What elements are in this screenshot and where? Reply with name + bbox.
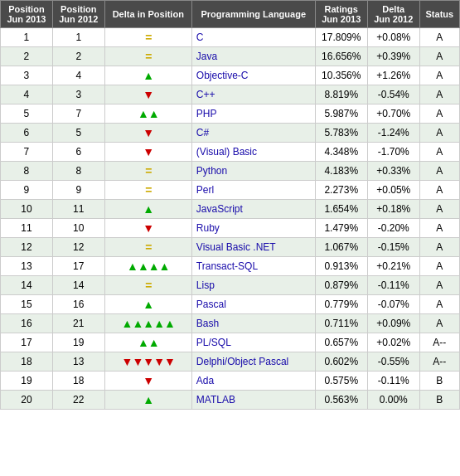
cell-delta-rating: -1.24% (367, 124, 419, 143)
col-header-status: Status (419, 1, 459, 28)
cell-delta-pos: ▲ (104, 391, 191, 410)
cell-pos2012: 6 (52, 143, 104, 162)
table-row: 10 11 ▲ JavaScript 1.654% +0.18% A (1, 200, 460, 219)
cell-pos2012: 16 (52, 295, 104, 314)
cell-language: MATLAB (191, 391, 315, 410)
cell-delta-rating: -1.70% (367, 143, 419, 162)
col-header-delta-pos: Delta in Position (104, 1, 191, 28)
cell-rating: 4.183% (315, 162, 367, 181)
cell-language: C (191, 28, 315, 47)
cell-pos2012: 22 (52, 391, 104, 410)
cell-rating: 8.819% (315, 85, 367, 104)
table-row: 7 6 ▼ (Visual) Basic 4.348% -1.70% A (1, 143, 460, 162)
cell-status: A (419, 257, 459, 276)
cell-rating: 17.809% (315, 28, 367, 47)
cell-pos2013: 9 (1, 181, 53, 200)
cell-status: A (419, 314, 459, 333)
cell-delta-pos: ▼ (104, 124, 191, 143)
cell-language: Ruby (191, 219, 315, 238)
cell-delta-pos: = (104, 47, 191, 66)
cell-rating: 0.779% (315, 295, 367, 314)
cell-delta-pos: ▼ (104, 143, 191, 162)
cell-language: Perl (191, 181, 315, 200)
cell-pos2013: 8 (1, 162, 53, 181)
cell-pos2012: 18 (52, 372, 104, 391)
cell-rating: 16.656% (315, 47, 367, 66)
cell-delta-rating: +0.09% (367, 314, 419, 333)
cell-pos2012: 3 (52, 85, 104, 104)
cell-delta-rating: +0.70% (367, 104, 419, 124)
cell-language: JavaScript (191, 200, 315, 219)
cell-rating: 0.602% (315, 352, 367, 372)
cell-delta-pos: ▲▲▲▲ (104, 257, 191, 276)
cell-pos2013: 2 (1, 47, 53, 66)
cell-language: Python (191, 162, 315, 181)
table-row: 20 22 ▲ MATLAB 0.563% 0.00% B (1, 391, 460, 410)
cell-pos2012: 19 (52, 333, 104, 352)
table-row: 3 4 ▲ Objective-C 10.356% +1.26% A (1, 66, 460, 85)
cell-delta-rating: +0.18% (367, 200, 419, 219)
cell-delta-rating: -0.11% (367, 372, 419, 391)
cell-language: C++ (191, 85, 315, 104)
cell-status: A (419, 200, 459, 219)
cell-status: A (419, 162, 459, 181)
cell-pos2012: 11 (52, 200, 104, 219)
cell-pos2012: 13 (52, 352, 104, 372)
cell-pos2013: 18 (1, 352, 53, 372)
cell-delta-pos: ▼ (104, 372, 191, 391)
cell-rating: 4.348% (315, 143, 367, 162)
table-row: 9 9 = Perl 2.273% +0.05% A (1, 181, 460, 200)
table-row: 2 2 = Java 16.656% +0.39% A (1, 47, 460, 66)
table-row: 16 21 ▲▲▲▲▲ Bash 0.711% +0.09% A (1, 314, 460, 333)
cell-pos2012: 9 (52, 181, 104, 200)
cell-status: A-- (419, 352, 459, 372)
cell-delta-rating: 0.00% (367, 391, 419, 410)
cell-language: C# (191, 124, 315, 143)
cell-delta-pos: ▼ (104, 85, 191, 104)
col-header-pos2012: PositionJun 2012 (52, 1, 104, 28)
cell-delta-pos: ▲ (104, 295, 191, 314)
cell-status: A (419, 47, 459, 66)
cell-pos2013: 19 (1, 372, 53, 391)
cell-language: PHP (191, 104, 315, 124)
cell-language: Bash (191, 314, 315, 333)
col-header-delta-rating: DeltaJun 2012 (367, 1, 419, 28)
cell-delta-pos: ▼ (104, 219, 191, 238)
cell-delta-pos: ▲▲ (104, 104, 191, 124)
cell-delta-rating: +0.33% (367, 162, 419, 181)
cell-status: A (419, 143, 459, 162)
table-row: 6 5 ▼ C# 5.783% -1.24% A (1, 124, 460, 143)
cell-pos2012: 14 (52, 276, 104, 295)
cell-delta-rating: -0.20% (367, 219, 419, 238)
cell-rating: 0.575% (315, 372, 367, 391)
cell-rating: 0.711% (315, 314, 367, 333)
cell-delta-rating: -0.07% (367, 295, 419, 314)
cell-pos2013: 3 (1, 66, 53, 85)
cell-status: A (419, 181, 459, 200)
cell-language: Transact-SQL (191, 257, 315, 276)
cell-status: B (419, 372, 459, 391)
cell-rating: 1.067% (315, 238, 367, 257)
cell-status: A (419, 238, 459, 257)
cell-delta-pos: ▲ (104, 200, 191, 219)
cell-rating: 2.273% (315, 181, 367, 200)
cell-language: Objective-C (191, 66, 315, 85)
cell-delta-pos: = (104, 238, 191, 257)
cell-pos2013: 1 (1, 28, 53, 47)
cell-pos2013: 15 (1, 295, 53, 314)
cell-rating: 5.783% (315, 124, 367, 143)
cell-pos2013: 11 (1, 219, 53, 238)
table-row: 4 3 ▼ C++ 8.819% -0.54% A (1, 85, 460, 104)
cell-delta-pos: ▲▲ (104, 333, 191, 352)
cell-status: A (419, 66, 459, 85)
cell-pos2012: 17 (52, 257, 104, 276)
cell-delta-pos: = (104, 28, 191, 47)
col-header-language: Programming Language (191, 1, 315, 28)
cell-pos2013: 14 (1, 276, 53, 295)
cell-language: Delphi/Object Pascal (191, 352, 315, 372)
cell-delta-rating: +0.08% (367, 28, 419, 47)
cell-pos2012: 21 (52, 314, 104, 333)
cell-language: Pascal (191, 295, 315, 314)
cell-pos2013: 12 (1, 238, 53, 257)
cell-delta-pos: = (104, 276, 191, 295)
